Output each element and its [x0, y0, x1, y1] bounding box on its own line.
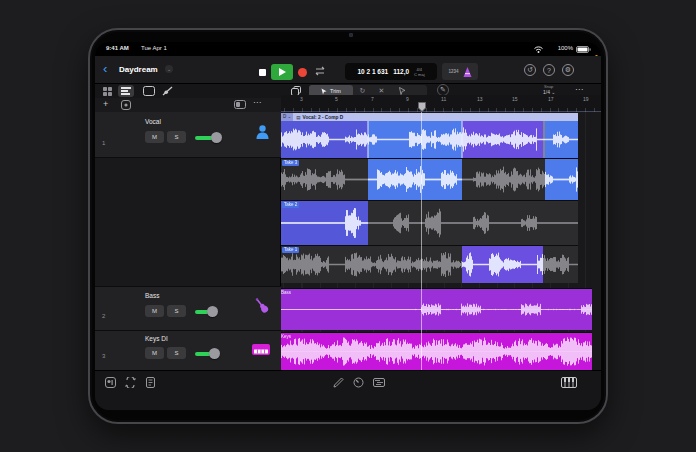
- vocal-comp-region-header[interactable]: D ⌄ ▤ Vocal: 2 - Comp D: [281, 113, 578, 121]
- ruler-bar-number: 3: [300, 96, 303, 102]
- pointer-icon: [321, 88, 327, 95]
- lcd-display[interactable]: 10 2 1 631 112,0 4/4 C maj: [345, 63, 437, 80]
- ruler-bar-number: 5: [335, 96, 338, 102]
- ruler-bar-number: 7: [371, 96, 374, 102]
- playhead-line[interactable]: [421, 112, 422, 370]
- keys-region[interactable]: Keys: [281, 332, 592, 370]
- bass-region[interactable]: Bass: [281, 288, 592, 330]
- take-label: Take 1: [282, 247, 299, 253]
- keyboard-track-icon: [252, 344, 270, 355]
- comp-chip[interactable]: D ⌄: [281, 113, 293, 121]
- project-title: Daydream: [119, 65, 158, 74]
- live-loops-view-icon[interactable]: [143, 86, 155, 96]
- ruler-bar-number: 11: [441, 96, 446, 102]
- settings-icon[interactable]: ⚙: [562, 64, 574, 76]
- track-header-more-icon[interactable]: ⋯: [253, 98, 261, 107]
- ruler-bar-number: 13: [477, 96, 483, 102]
- take-lane-3[interactable]: Take 3: [281, 158, 578, 200]
- take-lane-1[interactable]: Take 1: [281, 245, 578, 283]
- trim-tool-label: Trim: [330, 88, 341, 94]
- track-number: 3: [102, 353, 105, 359]
- timeline-ruler[interactable]: 3 5 7 9 11 13 15 17 19: [281, 95, 601, 112]
- fade-tool-icon[interactable]: [391, 87, 413, 95]
- track-name: Vocal: [145, 118, 161, 125]
- status-time: 9:41 AM: [106, 45, 129, 51]
- take-lane-2[interactable]: Take 2: [281, 200, 578, 245]
- split-tool-icon[interactable]: ✕: [372, 87, 391, 95]
- track-number: 2: [102, 313, 105, 319]
- playhead-marker[interactable]: [418, 102, 426, 112]
- status-bar: 9:41 AM Tue Apr 1 100%: [95, 42, 601, 56]
- vocalist-track-icon: [255, 124, 270, 140]
- track-header-column: 1 Vocal M S 2 Bass M S 3 Keys DI M S: [95, 112, 281, 370]
- take-label: Take 3: [282, 160, 299, 166]
- mute-button[interactable]: M: [145, 347, 164, 359]
- browser-view-icon[interactable]: [103, 87, 112, 96]
- mute-button[interactable]: M: [145, 305, 164, 317]
- vocal-comp-region[interactable]: [281, 121, 578, 158]
- ruler-bar-number: 15: [512, 96, 518, 102]
- loops-browser-icon[interactable]: [125, 377, 136, 388]
- cycle-icon[interactable]: [314, 66, 326, 76]
- undo-icon[interactable]: ↺: [524, 64, 536, 76]
- lcd-key: C maj: [414, 72, 424, 77]
- record-button[interactable]: [295, 65, 309, 79]
- track-name: Bass: [145, 292, 159, 299]
- track-stack-icon[interactable]: [121, 100, 131, 110]
- back-chevron-button[interactable]: ‹: [103, 62, 107, 75]
- main-toolbar: ‹ Daydream ⌄ 10 2 1 631 112,0 4/4 C maj …: [95, 56, 601, 84]
- keys-region-label: Keys: [281, 334, 291, 339]
- takes-icon: ▤: [296, 115, 300, 120]
- ruler-bar-number: 17: [548, 96, 554, 102]
- bottom-bar: [95, 370, 601, 410]
- mute-button[interactable]: M: [145, 131, 164, 143]
- logic-pro-screen: 9:41 AM Tue Apr 1 100% ‹ Daydream ⌄ 10 2…: [95, 42, 601, 410]
- lcd-tempo: 112,0: [393, 68, 409, 75]
- track-header-vocal[interactable]: 1 Vocal M S: [95, 112, 281, 158]
- title-menu-chevron[interactable]: ⌄: [165, 65, 173, 73]
- countin-metronome-group[interactable]: 1234: [442, 63, 478, 80]
- track-name: Keys DI: [145, 335, 168, 342]
- help-icon[interactable]: ?: [543, 64, 555, 76]
- track-number: 1: [102, 140, 105, 146]
- track-header-bass[interactable]: 2 Bass M S: [95, 286, 281, 331]
- ruler-bar-number: 9: [406, 96, 409, 102]
- metronome-icon[interactable]: [463, 67, 472, 77]
- mixer-view-icon[interactable]: [162, 86, 173, 96]
- pencil-editor-icon[interactable]: [333, 377, 344, 388]
- list-editor-icon[interactable]: [146, 377, 155, 388]
- add-track-button[interactable]: +: [103, 100, 108, 109]
- bass-region-label: Bass: [281, 290, 291, 295]
- track-list-toolbar: + ⋯: [95, 98, 281, 112]
- comp-region-title: Vocal: 2 - Comp D: [303, 115, 344, 120]
- battery-icon: [576, 46, 591, 53]
- solo-button[interactable]: S: [167, 131, 186, 143]
- lcd-position: 10 2 1 631: [357, 68, 388, 75]
- solo-button[interactable]: S: [167, 305, 186, 317]
- count-in-button[interactable]: 1234: [448, 69, 458, 74]
- piano-roll-icon[interactable]: [373, 378, 385, 387]
- more-options-icon[interactable]: ⋯: [575, 85, 584, 94]
- track-header-keys[interactable]: 3 Keys DI M S: [95, 331, 281, 370]
- wifi-icon: [534, 46, 543, 53]
- loop-tool-icon[interactable]: ↻: [353, 87, 372, 95]
- plugin-knob-icon[interactable]: [353, 377, 364, 388]
- front-camera: [349, 33, 353, 37]
- tracks-area[interactable]: D ⌄ ▤ Vocal: 2 - Comp D Take 3 Take 2: [281, 112, 601, 370]
- status-date: Tue Apr 1: [141, 45, 167, 51]
- mixer-panel-icon[interactable]: [105, 377, 116, 388]
- bass-guitar-track-icon: [253, 296, 273, 316]
- header-collapse-icon[interactable]: [234, 100, 246, 109]
- play-surface-keyboard-icon[interactable]: [561, 377, 577, 388]
- solo-button[interactable]: S: [167, 347, 186, 359]
- play-button[interactable]: [271, 64, 293, 80]
- ruler-bar-number: 19: [583, 96, 589, 102]
- take-label: Take 2: [282, 202, 299, 208]
- tracks-view-button-selected[interactable]: [118, 85, 134, 97]
- stop-button[interactable]: [255, 65, 269, 79]
- battery-percent: 100%: [558, 45, 573, 51]
